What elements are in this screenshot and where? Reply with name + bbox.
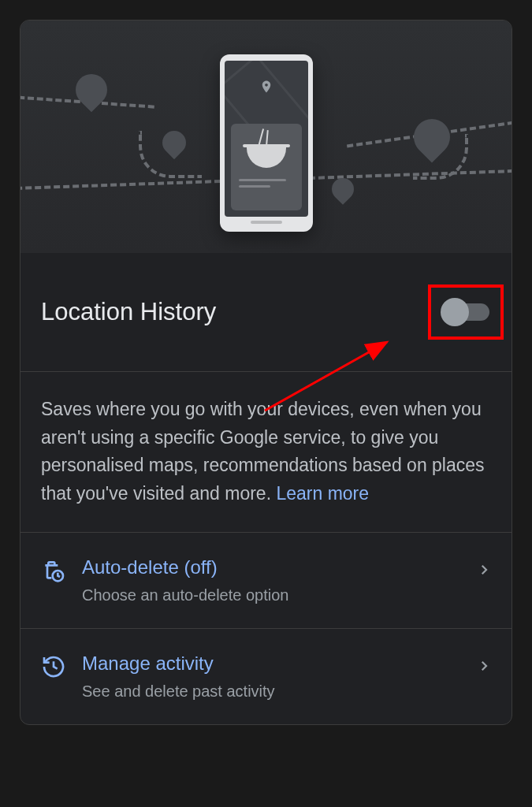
description-text: Saves where you go with your devices, ev… [41,396,491,508]
page-title: Location History [41,298,216,326]
manage-activity-subtitle: See and delete past activity [82,682,461,701]
auto-delete-icon [41,558,66,583]
toggle-highlight-box [428,284,504,340]
auto-delete-title: Auto-delete (off) [82,556,461,578]
auto-delete-body: Auto-delete (off) Choose an auto-delete … [82,556,461,604]
chevron-right-icon [477,563,491,577]
manage-activity-body: Manage activity See and delete past acti… [82,653,461,701]
manage-activity-row[interactable]: Manage activity See and delete past acti… [20,628,512,724]
learn-more-link[interactable]: Learn more [276,483,369,504]
location-history-card: Location History Saves where you go with… [20,20,512,725]
description-section: Saves where you go with your devices, ev… [20,371,512,532]
location-history-toggle[interactable] [442,303,489,321]
history-icon [41,654,66,679]
description-body: Saves where you go with your devices, ev… [41,399,485,504]
hero-illustration [20,20,512,253]
manage-activity-title: Manage activity [82,653,461,675]
map-pin-icon [69,68,114,113]
auto-delete-row[interactable]: Auto-delete (off) Choose an auto-delete … [20,532,512,628]
auto-delete-subtitle: Choose an auto-delete option [82,586,461,604]
chevron-right-icon [477,659,491,673]
title-row: Location History [20,253,512,371]
phone-illustration [220,54,313,232]
toggle-knob [441,298,469,326]
